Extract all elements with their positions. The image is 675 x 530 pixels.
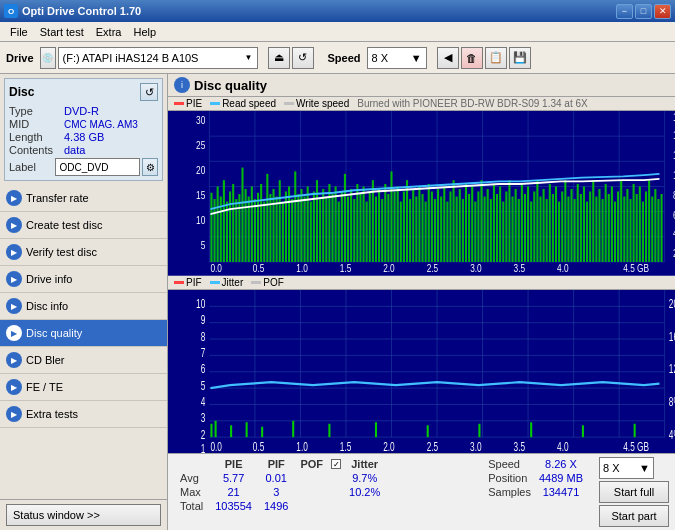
svg-rect-51 (313, 191, 315, 261)
svg-rect-161 (654, 189, 656, 262)
svg-rect-56 (328, 184, 330, 262)
svg-text:3.5: 3.5 (514, 263, 525, 274)
drive-dropdown-arrow: ▼ (245, 53, 253, 62)
svg-text:3.5: 3.5 (514, 440, 526, 453)
svg-rect-145 (605, 184, 607, 262)
drive-info-icon: ▶ (6, 271, 22, 287)
menu-help[interactable]: Help (127, 25, 162, 39)
sidebar-item-drive-info[interactable]: ▶ Drive info (0, 266, 167, 293)
pie-color (174, 102, 184, 105)
svg-text:9: 9 (201, 313, 206, 326)
svg-rect-124 (539, 197, 541, 262)
disc-refresh-button[interactable]: ↺ (140, 83, 158, 101)
menu-start-test[interactable]: Start test (34, 25, 90, 39)
svg-rect-60 (341, 191, 343, 261)
svg-rect-71 (375, 197, 377, 262)
drive-select[interactable]: (F:) ATAPI iHAS124 B A10S ▼ (58, 47, 258, 69)
save-button[interactable]: 💾 (509, 47, 531, 69)
minimize-button[interactable]: − (616, 4, 633, 19)
speed-dropdown-arrow: ▼ (639, 462, 650, 474)
max-label: Max (174, 485, 209, 499)
svg-rect-85 (418, 186, 420, 261)
speed-select[interactable]: 8 X ▼ (367, 47, 427, 69)
test-speed-dropdown[interactable]: 8 X ▼ (599, 457, 654, 479)
svg-rect-28 (241, 168, 243, 262)
svg-rect-57 (331, 194, 333, 262)
svg-rect-82 (409, 199, 411, 262)
stats-section: PIE PIF POF ✓ Jitter Avg 5.77 0.01 9.7% (168, 453, 675, 530)
status-window-button[interactable]: Status window >> (6, 504, 161, 526)
copy-button[interactable]: 📋 (485, 47, 507, 69)
position-label: Position (484, 471, 535, 485)
sidebar-item-fe-te[interactable]: ▶ FE / TE (0, 374, 167, 401)
maximize-button[interactable]: □ (635, 4, 652, 19)
svg-text:4: 4 (201, 395, 206, 408)
svg-rect-162 (657, 199, 659, 262)
legend-jitter: Jitter (210, 277, 244, 288)
svg-text:0.0: 0.0 (210, 263, 221, 274)
svg-rect-25 (232, 184, 234, 262)
erase-button[interactable]: 🗑 (461, 47, 483, 69)
sidebar-item-cd-bler[interactable]: ▶ CD Bler (0, 347, 167, 374)
upper-chart-svg: 30 25 20 15 10 5 16 X 14 X 12 X 10 X 8 X… (168, 111, 675, 275)
svg-rect-216 (427, 425, 429, 437)
disc-label-input[interactable] (55, 158, 140, 176)
drive-icon: 💿 (40, 47, 56, 69)
svg-rect-75 (387, 194, 389, 262)
svg-rect-141 (592, 180, 594, 262)
svg-text:10: 10 (196, 297, 205, 310)
svg-rect-63 (350, 189, 352, 262)
svg-rect-107 (487, 189, 489, 262)
svg-text:4.0: 4.0 (557, 440, 569, 453)
jitter-checkbox[interactable]: ✓ (331, 459, 341, 469)
svg-rect-88 (428, 184, 430, 262)
svg-rect-53 (319, 199, 321, 262)
stats-table: PIE PIF POF ✓ Jitter Avg 5.77 0.01 9.7% (174, 457, 386, 513)
sidebar-item-disc-quality[interactable]: ▶ Disc quality (0, 320, 167, 347)
svg-text:2.0: 2.0 (383, 263, 394, 274)
avg-label: Avg (174, 471, 209, 485)
start-full-button[interactable]: Start full (599, 481, 669, 503)
svg-text:12%: 12% (669, 362, 675, 375)
svg-rect-67 (363, 186, 365, 261)
title-bar-controls: − □ ✕ (616, 4, 671, 19)
svg-rect-34 (260, 184, 262, 262)
sidebar-item-extra-tests[interactable]: ▶ Extra tests (0, 401, 167, 428)
sidebar-item-disc-info[interactable]: ▶ Disc info (0, 293, 167, 320)
header-pof: POF (294, 457, 329, 471)
menu-extra[interactable]: Extra (90, 25, 128, 39)
svg-text:4%: 4% (669, 428, 675, 441)
svg-rect-24 (229, 191, 231, 261)
title-bar: O Opti Drive Control 1.70 − □ ✕ (0, 0, 675, 22)
svg-rect-68 (366, 202, 368, 262)
max-pif: 3 (258, 485, 294, 499)
svg-rect-218 (530, 422, 532, 437)
speed-left-button[interactable]: ◀ (437, 47, 459, 69)
refresh-drive-button[interactable]: ↺ (292, 47, 314, 69)
eject-button[interactable]: ⏏ (268, 47, 290, 69)
svg-text:0.5: 0.5 (253, 263, 264, 274)
cd-bler-icon: ▶ (6, 352, 22, 368)
svg-rect-65 (356, 184, 358, 262)
svg-rect-18 (210, 193, 212, 262)
avg-pof (294, 471, 329, 485)
start-part-button[interactable]: Start part (599, 505, 669, 527)
sidebar-item-transfer-rate[interactable]: ▶ Transfer rate (0, 185, 167, 212)
menu-file[interactable]: File (4, 25, 34, 39)
close-button[interactable]: ✕ (654, 4, 671, 19)
svg-rect-105 (480, 180, 482, 262)
svg-text:8%: 8% (669, 395, 675, 408)
sidebar-item-create-test-disc[interactable]: ▶ Create test disc (0, 212, 167, 239)
max-jitter: 10.2% (343, 485, 386, 499)
svg-rect-158 (645, 191, 647, 261)
svg-rect-109 (493, 184, 495, 262)
pof-color (251, 281, 261, 284)
legend-pof: POF (251, 277, 284, 288)
disc-label-icon-button[interactable]: ⚙ (142, 158, 158, 176)
legend-upper: PIE Read speed Write speed Burned with P… (168, 97, 675, 111)
svg-rect-138 (583, 186, 585, 261)
svg-rect-78 (397, 186, 399, 261)
svg-rect-59 (338, 202, 340, 262)
sidebar-item-verify-test-disc[interactable]: ▶ Verify test disc (0, 239, 167, 266)
svg-rect-132 (564, 180, 566, 262)
